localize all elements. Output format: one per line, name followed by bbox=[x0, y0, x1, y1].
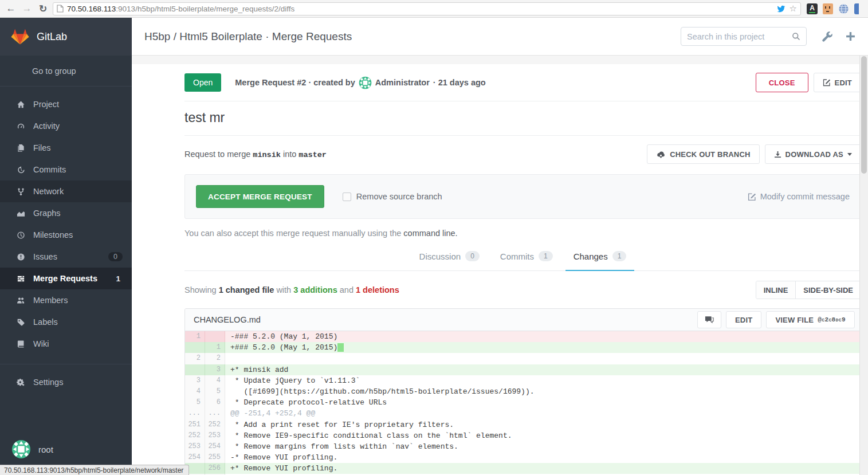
old-line-number[interactable]: ... bbox=[185, 408, 205, 419]
extension-a-icon[interactable]: A bbox=[807, 3, 818, 14]
sidebar-item-labels[interactable]: Labels bbox=[0, 311, 132, 333]
sidebar-item-files[interactable]: Files bbox=[0, 137, 132, 159]
diff-row: 45 ([#1699](https://github.com/h5bp/html… bbox=[185, 386, 861, 397]
check-out-branch-button[interactable]: CHECK OUT BRANCH bbox=[647, 144, 759, 164]
sidebar-item-project[interactable]: Project bbox=[0, 93, 132, 115]
diff-row: 3+* minsik add bbox=[185, 364, 861, 375]
sidebar-item-label: Project bbox=[33, 100, 123, 109]
sidebar-user[interactable]: root bbox=[11, 439, 53, 459]
gitlab-brand[interactable]: GitLab bbox=[0, 18, 132, 56]
new-line-number[interactable]: 252 bbox=[205, 419, 225, 430]
dashboard-icon bbox=[15, 121, 26, 131]
close-button[interactable]: CLOSE bbox=[756, 73, 808, 92]
sidebar-item-commits[interactable]: Commits bbox=[0, 159, 132, 180]
extension-partial-icon[interactable] bbox=[854, 3, 859, 14]
tab-label: Commits bbox=[500, 252, 534, 261]
old-line-number[interactable]: 3 bbox=[185, 375, 205, 386]
sidebar-item-merge-requests[interactable]: Merge Requests1 bbox=[0, 268, 132, 289]
scrollbar-thumb[interactable] bbox=[861, 56, 867, 174]
forward-icon[interactable]: → bbox=[21, 3, 33, 14]
extension-face-icon[interactable] bbox=[823, 3, 833, 14]
main-panel: H5bp / Html5 Boilerplate · Merge Request… bbox=[132, 18, 868, 475]
old-line-number[interactable]: 254 bbox=[185, 452, 205, 463]
admin-wrench-icon[interactable] bbox=[822, 31, 833, 42]
refresh-icon[interactable]: ↻ bbox=[37, 3, 49, 15]
new-line-number[interactable]: 254 bbox=[205, 441, 225, 452]
new-line-number[interactable]: 5 bbox=[205, 386, 225, 397]
users-icon bbox=[15, 296, 26, 305]
sidebar-item-label: Merge Requests bbox=[33, 274, 113, 283]
diff-row: 22 bbox=[185, 353, 861, 364]
diff-line-text: +* minsik add bbox=[225, 364, 861, 375]
sidebar-item-wiki[interactable]: Wiki bbox=[0, 333, 132, 355]
bookmark-star-icon[interactable]: ☆ bbox=[790, 3, 797, 14]
new-line-number[interactable]: ... bbox=[205, 408, 225, 419]
new-line-number[interactable]: 4 bbox=[205, 375, 225, 386]
file-edit-button[interactable]: EDIT bbox=[726, 311, 761, 328]
mr-state-row: Open Merge Request #2 · created by bbox=[184, 64, 861, 101]
sidebar-item-label: Milestones bbox=[33, 230, 123, 240]
modify-commit-message-link[interactable]: Modify commit message bbox=[748, 192, 850, 201]
sidebar-item-members[interactable]: Members bbox=[0, 289, 132, 311]
new-line-number[interactable]: 6 bbox=[205, 397, 225, 408]
diff-line-text: * Remove IE9-specific conditional class … bbox=[225, 430, 861, 441]
old-line-number[interactable]: 1 bbox=[185, 331, 205, 342]
old-line-number[interactable]: 252 bbox=[185, 430, 205, 441]
diff-row: 254255-* Remove YUI profiling. bbox=[185, 452, 861, 463]
page-scrollbar[interactable] bbox=[859, 56, 868, 475]
twitter-icon[interactable] bbox=[776, 5, 786, 13]
new-line-number[interactable]: 2 bbox=[205, 353, 225, 364]
accept-merge-request-button[interactable]: ACCEPT MERGE REQUEST bbox=[196, 185, 324, 208]
side-by-side-toggle-button[interactable]: SIDE-BY-SIDE bbox=[795, 281, 861, 299]
topbar: H5bp / Html5 Boilerplate · Merge Request… bbox=[132, 18, 868, 56]
sidebar-nav: ProjectActivityFilesCommitsNetworkGraphs… bbox=[0, 87, 132, 355]
command-line-link[interactable]: command line. bbox=[403, 229, 457, 238]
old-line-number[interactable] bbox=[185, 342, 205, 353]
sidebar-item-milestones[interactable]: Milestones bbox=[0, 224, 132, 246]
sidebar-item-graphs[interactable]: Graphs bbox=[0, 202, 132, 224]
old-line-number[interactable]: 251 bbox=[185, 419, 205, 430]
view-file-button[interactable]: VIEW FILE @c2c8dc9 bbox=[766, 311, 855, 328]
old-line-number[interactable]: 5 bbox=[185, 397, 205, 408]
tab-discussion[interactable]: Discussion0 bbox=[411, 244, 488, 271]
new-line-number[interactable]: 1 bbox=[205, 342, 225, 353]
tab-changes[interactable]: Changes1 bbox=[565, 244, 635, 271]
author-name[interactable]: Administrator bbox=[375, 78, 430, 87]
globe-icon[interactable] bbox=[838, 3, 849, 14]
new-line-number[interactable]: 255 bbox=[205, 452, 225, 463]
user-name: root bbox=[38, 445, 53, 454]
mr-state-badge: Open bbox=[184, 73, 221, 92]
comment-button[interactable] bbox=[697, 311, 721, 328]
sidebar-item-network[interactable]: Network bbox=[0, 180, 132, 202]
inline-toggle-button[interactable]: INLINE bbox=[756, 281, 796, 299]
remove-source-branch-checkbox[interactable] bbox=[343, 193, 351, 201]
old-line-number[interactable] bbox=[185, 364, 205, 375]
sidebar-item-label: Graphs bbox=[33, 209, 123, 218]
trailing-whitespace-highlight bbox=[337, 343, 344, 352]
sidebar-item-activity[interactable]: Activity bbox=[0, 115, 132, 137]
gitlab-logo-icon bbox=[10, 28, 30, 46]
old-line-number[interactable]: 2 bbox=[185, 353, 205, 364]
content-top-gap bbox=[132, 56, 868, 64]
clock-icon bbox=[15, 230, 26, 240]
new-line-number[interactable]: 256 bbox=[205, 463, 225, 474]
new-line-number[interactable]: 253 bbox=[205, 430, 225, 441]
user-avatar bbox=[11, 439, 31, 459]
download-as-button[interactable]: DOWNLOAD AS bbox=[765, 144, 861, 164]
diff-line-text: @@ -251,4 +252,4 @@ bbox=[225, 408, 861, 419]
back-icon[interactable]: ← bbox=[5, 3, 17, 14]
address-bar[interactable]: 70.50.168.113:9013/h5bp/html5-boilerplat… bbox=[53, 2, 801, 15]
tab-commits[interactable]: Commits1 bbox=[492, 244, 561, 271]
sidebar-item-settings[interactable]: Settings bbox=[0, 371, 132, 393]
new-project-plus-icon[interactable] bbox=[846, 32, 855, 41]
sidebar-item-go-to-group[interactable]: Go to group bbox=[0, 56, 132, 87]
sidebar-item-issues[interactable]: Issues0 bbox=[0, 246, 132, 268]
edit-button[interactable]: EDIT bbox=[814, 73, 861, 92]
old-line-number[interactable]: 253 bbox=[185, 441, 205, 452]
old-line-number[interactable]: 4 bbox=[185, 386, 205, 397]
search-input[interactable] bbox=[687, 32, 787, 41]
diff-file-name: CHANGELOG.md bbox=[194, 315, 697, 324]
new-line-number[interactable] bbox=[205, 331, 225, 342]
new-line-number[interactable]: 3 bbox=[205, 364, 225, 375]
author-avatar[interactable] bbox=[359, 76, 372, 89]
